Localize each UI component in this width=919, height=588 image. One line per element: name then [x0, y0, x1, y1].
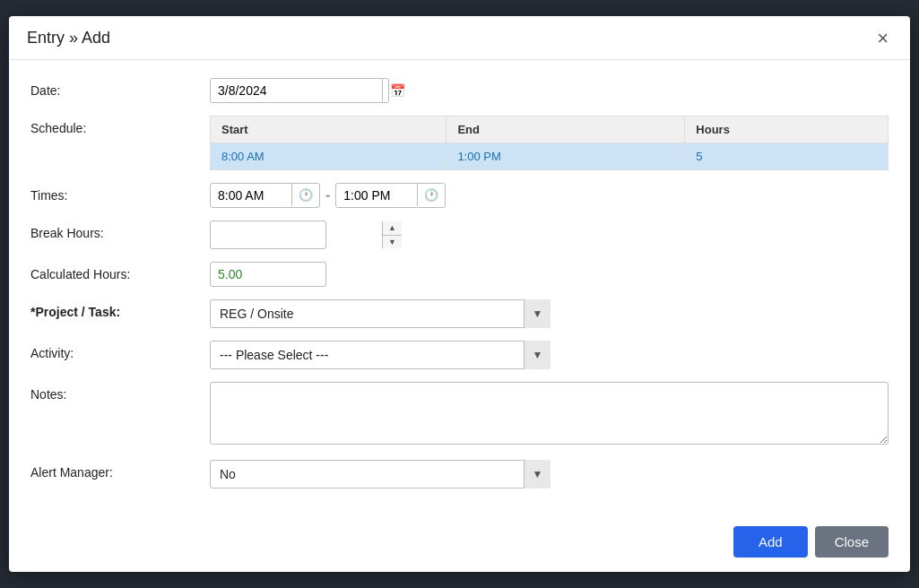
break-hours-increment-button[interactable]: ▲ [383, 221, 402, 236]
modal-overlay: Entry » Add × Date: 📅 Schedule: [0, 0, 919, 588]
project-task-select-wrapper: REG / Onsite ▼ [210, 299, 551, 328]
times-wrapper: 🕐 - 🕐 [210, 183, 889, 208]
project-task-control-area: REG / Onsite ▼ [210, 299, 889, 328]
calculated-hours-control-area: 5.00 [210, 262, 889, 287]
project-task-select[interactable]: REG / Onsite [210, 299, 551, 328]
alert-manager-label: Alert Manager: [30, 460, 210, 480]
alert-manager-control-area: No Yes ▼ [210, 460, 889, 489]
times-row: Times: 🕐 - 🕐 [30, 183, 889, 208]
schedule-hours-cell: 5 [685, 143, 889, 169]
close-button[interactable]: Close [815, 526, 889, 558]
start-time-wrapper: 🕐 [210, 183, 320, 208]
end-time-input[interactable] [336, 184, 417, 207]
alert-manager-select[interactable]: No Yes [210, 460, 551, 489]
schedule-start-cell: 8:00 AM [211, 143, 446, 169]
alert-manager-select-wrapper: No Yes ▼ [210, 460, 551, 489]
schedule-table: Start End Hours 8:00 AM 1:00 PM 5 [210, 116, 889, 170]
times-label: Times: [30, 183, 210, 203]
add-button[interactable]: Add [733, 526, 808, 558]
break-hours-input[interactable] [211, 223, 382, 246]
start-time-input[interactable] [211, 184, 291, 207]
break-hours-label: Break Hours: [30, 220, 210, 240]
date-input[interactable] [211, 79, 382, 102]
times-separator: - [325, 187, 330, 203]
start-time-clock-button[interactable]: 🕐 [291, 184, 319, 206]
calendar-button[interactable]: 📅 [382, 79, 412, 102]
date-row: Date: 📅 [30, 78, 889, 103]
schedule-header-row: Start End Hours [211, 116, 889, 143]
date-label: Date: [30, 78, 210, 98]
activity-control-area: --- Please Select --- ▼ [210, 341, 889, 369]
clock-icon-start: 🕐 [299, 188, 313, 202]
notes-row: Notes: [30, 382, 889, 447]
calculated-hours-row: Calculated Hours: 5.00 [30, 262, 889, 287]
notes-control-area [210, 382, 889, 447]
schedule-col-end: End [446, 116, 685, 143]
calculated-hours-label: Calculated Hours: [30, 262, 210, 281]
notes-label: Notes: [30, 382, 210, 402]
schedule-col-start: Start [211, 116, 446, 143]
alert-manager-row: Alert Manager: No Yes ▼ [30, 460, 889, 489]
clock-icon-end: 🕐 [424, 188, 438, 202]
modal-title: Entry » Add [27, 29, 110, 48]
notes-textarea[interactable] [210, 382, 889, 445]
times-control-area: 🕐 - 🕐 [210, 183, 889, 208]
activity-select-wrapper: --- Please Select --- ▼ [210, 341, 551, 369]
schedule-col-hours: Hours [685, 116, 889, 143]
break-hours-row: Break Hours: ▲ ▼ [30, 220, 889, 250]
project-task-row: *Project / Task: REG / Onsite ▼ [30, 299, 889, 328]
end-time-clock-button[interactable]: 🕐 [417, 184, 445, 206]
end-time-wrapper: 🕐 [335, 183, 446, 208]
break-hours-decrement-button[interactable]: ▼ [383, 236, 402, 249]
break-input-wrapper: ▲ ▼ [210, 220, 326, 250]
break-spinner-group: ▲ ▼ [382, 221, 402, 249]
schedule-table-area: Start End Hours 8:00 AM 1:00 PM 5 [210, 116, 889, 170]
calculated-hours-value: 5.00 [210, 262, 326, 287]
modal-close-button[interactable]: × [873, 29, 892, 48]
activity-row: Activity: --- Please Select --- ▼ [30, 341, 889, 369]
modal-header: Entry » Add × [9, 16, 910, 60]
schedule-data-row[interactable]: 8:00 AM 1:00 PM 5 [211, 143, 889, 169]
calendar-icon: 📅 [390, 83, 405, 98]
schedule-end-cell: 1:00 PM [446, 143, 685, 169]
date-control-area: 📅 [210, 78, 889, 103]
break-hours-control-area: ▲ ▼ [210, 220, 889, 250]
entry-add-modal: Entry » Add × Date: 📅 Schedule: [9, 16, 910, 573]
project-task-label: *Project / Task: [30, 299, 210, 319]
activity-select[interactable]: --- Please Select --- [210, 341, 551, 369]
schedule-label: Schedule: [30, 116, 210, 135]
schedule-row: Schedule: Start End Hours 8:00 A [30, 116, 889, 170]
modal-footer: Add Close [9, 515, 910, 572]
date-input-wrapper: 📅 [210, 78, 389, 103]
modal-body: Date: 📅 Schedule: [9, 60, 910, 516]
activity-label: Activity: [30, 341, 210, 360]
